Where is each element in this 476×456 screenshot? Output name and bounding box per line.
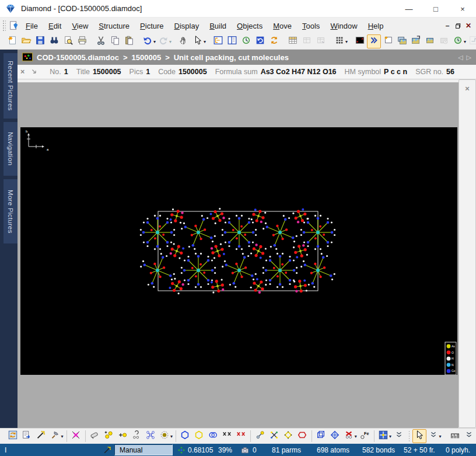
delete-atoms-dropdown-icon[interactable]: ▾ [355,434,357,439]
grow-cluster-button[interactable] [158,429,172,443]
destroy-all-button[interactable] [69,429,83,443]
packing-range-blue-button[interactable] [178,429,192,443]
pan-tool-button[interactable] [177,34,191,48]
fill-color-button[interactable] [88,429,102,443]
fill-rings-button[interactable] [206,429,220,443]
build-tools-button[interactable] [48,429,62,443]
unit-cell-button[interactable] [314,429,328,443]
picture-content-button[interactable] [20,429,34,443]
synchronize-button[interactable] [239,34,253,48]
data-matrix-dropdown-icon[interactable]: ▾ [345,39,348,44]
menu-move[interactable]: Move [268,19,297,33]
menu-help[interactable]: Help [363,19,389,33]
copy-button[interactable] [108,34,122,48]
menu-picture[interactable]: Picture [135,19,169,33]
close-info-icon[interactable]: × [20,68,24,76]
minimize-button[interactable]: — [396,0,422,18]
small-picture-button[interactable] [423,34,437,48]
menu-edit[interactable]: Edit [43,19,66,33]
breadcrumb-prev-icon[interactable]: ◁ [458,54,463,61]
breadcrumb-part[interactable]: Unit cell packing, cut molecules [174,53,289,62]
menu-window[interactable]: Window [325,19,362,33]
status-mode-field[interactable]: Manual [114,444,173,455]
move-picture-button[interactable] [376,429,390,443]
expand-info-icon[interactable] [30,68,38,76]
maximize-button[interactable]: □ [422,0,449,18]
find-button[interactable] [47,34,61,48]
menu-display[interactable]: Display [169,19,205,33]
grow-cluster-dropdown-icon[interactable]: ▾ [170,434,173,439]
menubar-grip[interactable] [2,20,6,32]
update-picture-button[interactable] [6,429,20,443]
delete-bonds-button[interactable] [234,429,248,443]
select-tool-dropdown-icon[interactable]: ▾ [204,39,206,44]
recent-history-dropdown-icon[interactable]: ▾ [464,39,466,44]
new-document-button[interactable] [5,34,19,48]
breadcrumb-part[interactable]: COD-1500005.diamdoc [37,53,119,62]
print-preview-button[interactable] [61,34,75,48]
quick-views-button[interactable] [367,34,381,48]
sidebar-tab-more-pictures[interactable]: More Pictures [4,179,18,243]
toolbar-grip[interactable] [444,430,445,442]
paste-picture-button[interactable] [409,34,423,48]
copy-picture-button[interactable] [395,34,409,48]
data-matrix-button[interactable] [332,34,346,48]
build-tools-dropdown-icon[interactable]: ▾ [61,434,63,439]
connect-atoms-button[interactable] [130,429,144,443]
menu-file[interactable]: File [20,19,43,33]
refresh-picture-button[interactable] [267,34,281,48]
open-file-button[interactable] [19,34,33,48]
more-pointer-tools-dropdown-icon[interactable]: ▾ [439,434,442,439]
complete-fragments-button[interactable] [144,429,158,443]
mdi-close-button[interactable]: ✕ [463,20,474,31]
menu-tools[interactable]: Tools [297,19,325,33]
packing-range-yellow-button[interactable] [192,429,206,443]
print-button[interactable] [75,34,89,48]
break-bonds-button[interactable] [220,429,234,443]
add-atom-button[interactable] [116,429,130,443]
breadcrumb-next-icon[interactable]: ▷ [467,54,471,61]
move-picture-dropdown-icon[interactable]: ▾ [389,434,391,439]
toolbar-grip[interactable] [2,430,3,442]
sidebar-tab-navigation[interactable]: Navigation [4,122,18,176]
sidebar-tab-recent-pictures[interactable]: Recent Pictures [4,53,18,119]
fullscreen-view-button[interactable] [353,34,367,48]
menu-objects[interactable]: Objects [232,19,268,33]
coordination-spheres-button[interactable] [267,429,281,443]
close-button[interactable]: × [449,0,476,18]
measure-tools-button[interactable] [448,429,462,443]
polyhedra-button[interactable] [328,429,342,443]
add-all-atoms-button[interactable] [102,429,116,443]
table-properties-button[interactable] [286,34,300,48]
more-move-tools-button[interactable] [392,429,406,443]
more-pointer-tools-button[interactable] [426,429,440,443]
recent-history-button[interactable] [451,34,465,48]
undo-dropdown-icon[interactable]: ▾ [153,39,156,44]
new-picture-button[interactable] [381,34,395,48]
split-view-button[interactable] [225,34,239,48]
pointer-mode-button[interactable] [412,429,426,443]
picture-wizard-button[interactable] [34,429,48,443]
delete-atoms-button[interactable] [342,429,356,443]
select-tool-button[interactable] [191,34,205,48]
cut-button[interactable] [94,34,108,48]
export-table-button[interactable] [314,34,328,48]
undo-button[interactable] [141,34,155,48]
redo-button[interactable] [156,34,170,48]
right-panel-close-icon[interactable]: × [459,84,475,93]
create-bond-button[interactable] [253,429,267,443]
more-measure-tools-button[interactable] [462,429,476,443]
menu-build[interactable]: Build [204,19,232,33]
copy-table-button[interactable] [300,34,314,48]
polygon-red-button[interactable] [295,429,309,443]
tree-view-button[interactable] [211,34,225,48]
menu-structure[interactable]: Structure [93,19,135,33]
mdi-minimize-button[interactable]: – [442,20,453,31]
toolbar-grip[interactable] [408,430,409,442]
save-file-button[interactable] [33,34,47,48]
mdi-restore-button[interactable] [453,20,463,31]
picture-history-button[interactable] [437,34,451,48]
polygon-yellow-button[interactable] [281,429,295,443]
paste-button[interactable] [122,34,136,48]
menu-view[interactable]: View [66,19,93,33]
